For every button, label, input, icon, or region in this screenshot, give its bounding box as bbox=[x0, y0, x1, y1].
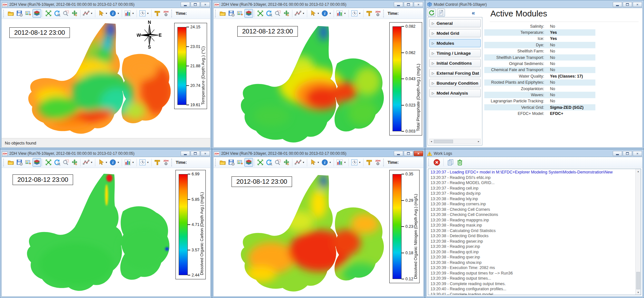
map-canvas-dissolved-organic-nitrogen[interactable]: 2012-08-12 23:00 0.350.290.230.180.12 Di… bbox=[213, 168, 423, 296]
clock-icon[interactable] bbox=[138, 158, 147, 167]
expander-icon[interactable]: ▷ bbox=[432, 32, 434, 35]
zoom-extents-icon[interactable] bbox=[44, 9, 53, 18]
dropdown-caret[interactable]: ▼ bbox=[329, 12, 331, 14]
close-button[interactable]: × bbox=[633, 151, 642, 156]
maximize-button[interactable] bbox=[191, 151, 200, 156]
dropdown-caret[interactable]: ▼ bbox=[302, 161, 305, 163]
dropdown-caret[interactable]: ▼ bbox=[105, 12, 108, 14]
sidebar-item[interactable]: ▷ Model Analysis bbox=[429, 89, 481, 97]
titlebar[interactable]: 2DH 2DH View (Run76-10layer, 2012-08-01 … bbox=[213, 1, 424, 8]
dropdown-caret[interactable]: ▼ bbox=[359, 12, 361, 14]
open-folder-icon[interactable] bbox=[218, 158, 227, 167]
dropdown-caret[interactable]: ▼ bbox=[344, 12, 346, 14]
sidebar-item[interactable]: ▷ Modules bbox=[429, 39, 481, 47]
dropdown-caret[interactable]: ▼ bbox=[329, 161, 331, 163]
save-settings-icon[interactable] bbox=[15, 9, 24, 18]
2dh-settings-icon[interactable]: 2DH bbox=[162, 158, 170, 167]
scrollbar-thumb[interactable] bbox=[636, 272, 640, 289]
bar-chart-icon[interactable] bbox=[123, 158, 132, 167]
polyline-icon[interactable] bbox=[82, 9, 90, 18]
dropdown-caret[interactable]: ▼ bbox=[317, 12, 319, 14]
clock-icon[interactable] bbox=[350, 158, 359, 167]
dropdown-caret[interactable]: ▼ bbox=[132, 12, 134, 14]
info-icon[interactable]: i bbox=[109, 9, 117, 18]
expander-icon[interactable]: ▷ bbox=[432, 91, 434, 95]
layers-icon[interactable] bbox=[33, 9, 41, 18]
toolbar-grip[interactable] bbox=[3, 10, 5, 17]
titlebar[interactable]: 2DH 2DH View (Run76-10layer, 2012-08-01 … bbox=[1, 150, 211, 157]
minimize-button[interactable] bbox=[613, 2, 622, 7]
scroll-down-icon[interactable]: ▼ bbox=[636, 290, 641, 295]
close-button[interactable]: × bbox=[414, 151, 423, 156]
toolbar-grip[interactable] bbox=[383, 159, 385, 166]
stop-button[interactable] bbox=[433, 158, 441, 166]
dropdown-caret[interactable]: ▼ bbox=[147, 161, 149, 163]
dropdown-caret[interactable]: ▼ bbox=[147, 12, 149, 14]
zoom-extents-icon[interactable] bbox=[44, 158, 53, 167]
toolbar-grip[interactable] bbox=[171, 159, 173, 166]
pointer-icon[interactable] bbox=[308, 158, 317, 167]
export-image-icon[interactable] bbox=[236, 9, 244, 18]
dropdown-caret[interactable]: ▼ bbox=[117, 161, 119, 163]
2dh-settings-icon[interactable]: 2DH bbox=[162, 9, 170, 18]
save-settings-icon[interactable] bbox=[227, 9, 236, 18]
export-image-icon[interactable] bbox=[236, 158, 244, 167]
refresh-view-icon[interactable] bbox=[265, 9, 273, 18]
dropdown-caret[interactable]: ▼ bbox=[90, 12, 93, 14]
open-folder-icon[interactable] bbox=[6, 158, 15, 167]
zoom-window-icon[interactable] bbox=[62, 158, 70, 167]
refresh-view-icon[interactable] bbox=[265, 158, 273, 167]
ruler-icon[interactable] bbox=[365, 158, 374, 167]
pointer-icon[interactable] bbox=[308, 9, 317, 18]
zoom-window-icon[interactable] bbox=[273, 9, 282, 18]
sidebar-item[interactable]: ▷ Timing / Linkage bbox=[429, 49, 481, 57]
titlebar[interactable]: 2DH 2DH View (Run76-10layer, 2012-08-01 … bbox=[213, 150, 424, 157]
close-button[interactable]: × bbox=[414, 2, 423, 7]
scroll-left-icon[interactable]: ◄ bbox=[430, 140, 433, 143]
layers-icon[interactable] bbox=[244, 9, 253, 18]
open-folder-icon[interactable] bbox=[6, 9, 15, 18]
toolbar-grip[interactable] bbox=[171, 10, 173, 17]
2dh-settings-icon[interactable]: 2DH bbox=[374, 158, 382, 167]
dropdown-caret[interactable]: ▼ bbox=[117, 12, 119, 14]
close-button[interactable]: × bbox=[633, 2, 642, 7]
minimize-button[interactable] bbox=[394, 2, 403, 7]
layers-icon[interactable] bbox=[33, 158, 41, 167]
open-folder-icon[interactable] bbox=[218, 9, 227, 18]
clock-icon[interactable] bbox=[350, 9, 359, 18]
pan-icon[interactable] bbox=[70, 9, 79, 18]
map-canvas-temperature[interactable]: N S W E 2012-08-12 23:00 24.1523.0121.88… bbox=[2, 19, 210, 138]
sidebar-item[interactable]: ▷ External Forcing Dat bbox=[429, 69, 481, 77]
expander-icon[interactable]: ▷ bbox=[432, 61, 434, 65]
dropdown-caret[interactable]: ▼ bbox=[344, 161, 346, 163]
maximize-button[interactable] bbox=[623, 2, 632, 7]
zoom-extents-icon[interactable] bbox=[256, 158, 265, 167]
toolbar-grip[interactable] bbox=[215, 10, 217, 17]
save-settings-icon[interactable] bbox=[15, 158, 24, 167]
dropdown-caret[interactable]: ▼ bbox=[105, 161, 108, 163]
refresh-button[interactable] bbox=[428, 9, 436, 17]
sidebar-item[interactable]: ▷ Boundary Condition bbox=[429, 79, 481, 87]
clock-icon[interactable] bbox=[138, 9, 147, 18]
layers-icon[interactable] bbox=[244, 158, 253, 167]
ruler-icon[interactable] bbox=[365, 9, 374, 18]
maximize-button[interactable] bbox=[404, 2, 413, 7]
ruler-icon[interactable] bbox=[153, 9, 162, 18]
sidebar-item[interactable]: ▷ Model Grid bbox=[429, 29, 481, 37]
expander-icon[interactable]: ▷ bbox=[432, 22, 434, 25]
log-list[interactable]: 13:20:37 - Loading EFDC+ model in M:\EFD… bbox=[428, 170, 635, 295]
minimize-button[interactable] bbox=[613, 151, 622, 156]
2dh-settings-icon[interactable]: 2DH bbox=[374, 9, 382, 18]
minimize-button[interactable] bbox=[394, 151, 403, 156]
maximize-button[interactable] bbox=[404, 151, 413, 156]
expander-icon[interactable]: ▷ bbox=[432, 71, 434, 75]
info-icon[interactable]: i bbox=[320, 158, 329, 167]
pointer-icon[interactable] bbox=[97, 9, 105, 18]
toolbar-grip[interactable] bbox=[428, 158, 430, 166]
expander-icon[interactable]: ▷ bbox=[432, 51, 434, 55]
export-image-icon[interactable] bbox=[24, 158, 33, 167]
scrollbar-thumb[interactable] bbox=[434, 140, 453, 143]
minimize-button[interactable] bbox=[181, 2, 190, 7]
zoom-window-icon[interactable] bbox=[62, 9, 70, 18]
sidebar-horizontal-scrollbar[interactable]: ◄ ► bbox=[429, 139, 481, 144]
